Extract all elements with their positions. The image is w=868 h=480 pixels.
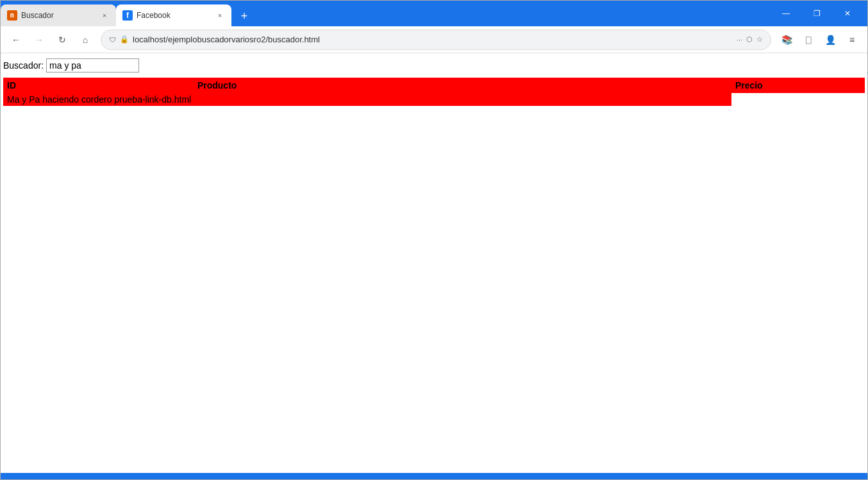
buscador-favicon: B: [7, 10, 17, 21]
table-cell-product: Ma y Pa haciendo cordero prueba-link-db.…: [3, 93, 731, 106]
nav-right-icons: 📚 ⎕ 👤 ≡: [776, 30, 862, 50]
tab-buscador[interactable]: B Buscador ×: [1, 4, 116, 26]
facebook-favicon: f: [122, 10, 133, 21]
menu-button[interactable]: ≡: [842, 30, 862, 50]
shield-icon: 🛡: [109, 36, 116, 44]
close-button[interactable]: ✕: [833, 1, 862, 26]
col-id: ID: [3, 78, 194, 93]
tab-buscador-close[interactable]: ×: [99, 10, 110, 21]
address-bar-container[interactable]: 🛡 🔒 ··· ⬡ ☆: [101, 30, 771, 50]
tabs-area: B Buscador × f Facebook × +: [1, 1, 766, 26]
lock-icon: 🔒: [120, 35, 129, 44]
nav-bar: ← → ↻ ⌂ 🛡 🔒 ··· ⬡ ☆ 📚 ⎕ 👤 ≡: [1, 26, 867, 53]
bookmark-icon[interactable]: ☆: [756, 35, 763, 44]
search-input[interactable]: [46, 58, 139, 73]
table-header-row: ID Producto Precio: [3, 78, 865, 93]
product-link[interactable]: prueba-link-db.html: [114, 94, 191, 105]
search-label-row: Buscador:: [3, 58, 865, 73]
product-text: Ma y Pa haciendo cordero: [7, 94, 112, 105]
col-precio: Precio: [731, 78, 865, 93]
page-content: Buscador: ID Producto Precio Ma y Pa hac…: [1, 53, 867, 473]
library-button[interactable]: 📚: [776, 30, 797, 50]
maximize-button[interactable]: ❐: [802, 1, 831, 26]
new-tab-button[interactable]: +: [234, 7, 255, 25]
minimize-button[interactable]: —: [771, 1, 801, 26]
window-controls: — ❐ ✕: [766, 1, 867, 26]
tab-facebook[interactable]: f Facebook ×: [116, 4, 231, 26]
col-producto: Producto: [194, 78, 731, 93]
search-label: Buscador:: [3, 60, 44, 71]
sidebar-button[interactable]: ⎕: [798, 30, 819, 50]
pocket-icon[interactable]: ⬡: [746, 35, 753, 44]
account-button[interactable]: 👤: [820, 30, 840, 50]
results-table: ID Producto Precio Ma y Pa haciendo cord…: [3, 78, 865, 106]
forward-button[interactable]: →: [29, 30, 49, 50]
tab-facebook-title: Facebook: [137, 11, 211, 20]
back-button[interactable]: ←: [6, 30, 26, 50]
browser-window: B Buscador × f Facebook × + — ❐ ✕ ←: [0, 0, 868, 480]
tab-facebook-close[interactable]: ×: [215, 10, 225, 21]
more-options-icon[interactable]: ···: [737, 36, 742, 44]
reload-button[interactable]: ↻: [52, 30, 72, 50]
tab-buscador-title: Buscador: [21, 11, 96, 20]
taskbar: [1, 473, 867, 479]
title-bar: B Buscador × f Facebook × + — ❐ ✕: [1, 1, 867, 26]
address-input[interactable]: [133, 35, 733, 44]
table-row: Ma y Pa haciendo cordero prueba-link-db.…: [3, 93, 865, 106]
home-button[interactable]: ⌂: [75, 30, 96, 50]
